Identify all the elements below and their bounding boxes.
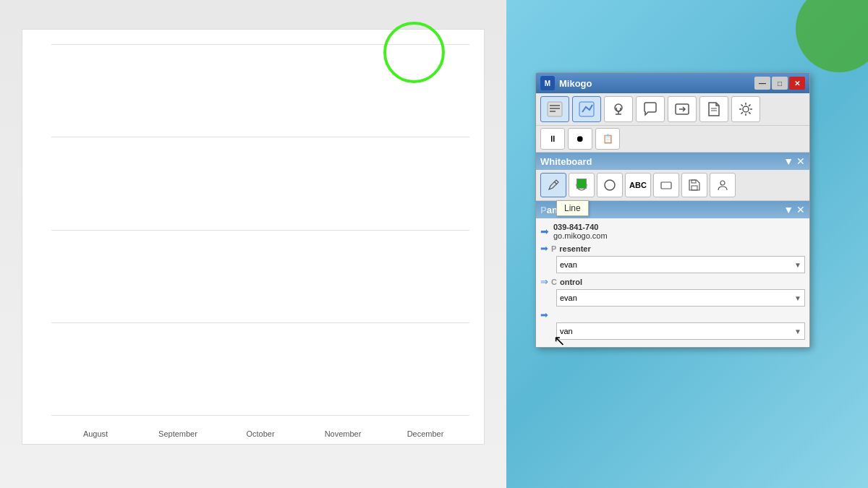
svg-rect-20 xyxy=(692,186,697,190)
whiteboard-collapse-btn[interactable]: ▼ xyxy=(783,155,793,167)
toolbar-settings-btn[interactable] xyxy=(731,96,760,122)
title-bar: M Mikogo — □ ✕ xyxy=(536,73,809,93)
control-label: ontrol xyxy=(560,278,582,286)
whiteboard-icon xyxy=(579,101,595,117)
text-tool-label: ABC xyxy=(629,181,647,189)
svg-point-11 xyxy=(743,106,749,112)
participant-section-controls: ▼ ✕ xyxy=(783,204,805,215)
participants-icon xyxy=(547,101,563,117)
clipboard-btn[interactable]: 📋 xyxy=(595,128,620,150)
presenter-dropdown-arrow: ▼ xyxy=(794,261,801,269)
svg-point-22 xyxy=(720,181,725,185)
presenter-prefix: P xyxy=(551,244,556,253)
extra-dropdown[interactable]: van ▼ xyxy=(556,322,805,340)
control-dropdown-arrow: ▼ xyxy=(794,294,801,302)
pause-btn[interactable]: ⏸ xyxy=(540,128,565,150)
whiteboard-title: Whiteboard xyxy=(540,156,592,167)
toolbar-participants-btn[interactable] xyxy=(540,96,569,122)
file-icon xyxy=(706,101,722,117)
presenter-icon: ➡ xyxy=(540,243,548,254)
eraser-tool-btn[interactable] xyxy=(653,173,679,197)
website-url: go.mikogo.com xyxy=(553,231,608,240)
x-label-december: December xyxy=(388,429,462,438)
pencil-tool-icon xyxy=(547,179,560,192)
whiteboard-close-btn[interactable]: ✕ xyxy=(796,155,805,167)
presenter-row: ➡ P resenter xyxy=(540,243,805,254)
svg-point-18 xyxy=(605,180,615,190)
toolbar-chat-btn[interactable] xyxy=(636,96,665,122)
settings-icon xyxy=(738,101,754,117)
participant-close-btn[interactable]: ✕ xyxy=(796,204,805,215)
secondary-toolbar: ⏸ ⏺ 📋 xyxy=(536,126,809,153)
text-tool-btn[interactable]: ABC xyxy=(625,173,651,197)
x-label-august: August xyxy=(59,429,132,438)
extra-dropdown-arrow: ▼ xyxy=(794,328,801,335)
chart-container: August September October November Decemb… xyxy=(22,29,485,445)
control-row: ⇒ C ontrol xyxy=(540,276,805,287)
share-tool-btn[interactable] xyxy=(710,173,736,197)
whiteboard-controls: ▼ ✕ xyxy=(783,155,805,167)
maximize-button[interactable]: □ xyxy=(772,77,788,90)
extra-value: van xyxy=(560,327,573,335)
x-labels: August September October November Decemb… xyxy=(51,429,469,438)
eraser-tool-icon xyxy=(660,179,673,192)
chart-inner: August September October November Decemb… xyxy=(22,30,484,444)
circle-tool-icon xyxy=(603,179,616,192)
mikogo-logo: M xyxy=(540,76,555,90)
presenter-dropdown-row: evan ▼ xyxy=(540,256,805,273)
svg-rect-4 xyxy=(579,102,594,116)
x-label-october: October xyxy=(224,429,297,438)
toolbar-file-btn[interactable] xyxy=(699,96,728,122)
circle-tool-btn[interactable] xyxy=(597,173,623,197)
toolbar-transfer-btn[interactable] xyxy=(668,96,697,122)
record-btn[interactable]: ⏺ xyxy=(568,128,592,150)
phone-icon: ➡ xyxy=(540,226,549,237)
close-button[interactable]: ✕ xyxy=(789,77,805,90)
pencil-tool-btn[interactable] xyxy=(540,173,566,197)
main-toolbar xyxy=(536,93,809,126)
title-bar-buttons: — □ ✕ xyxy=(754,77,805,90)
save-tool-icon xyxy=(688,179,701,192)
svg-line-12 xyxy=(554,181,557,184)
extra-dropdown-row: van ▼ xyxy=(540,322,805,340)
bars-area xyxy=(51,44,469,415)
presenter-label: resenter xyxy=(559,244,590,253)
control-dropdown-row: evan ▼ xyxy=(540,289,805,307)
transfer-icon xyxy=(674,101,690,117)
audio-icon xyxy=(610,101,626,117)
svg-rect-0 xyxy=(548,102,562,116)
window-title: Mikogo xyxy=(559,78,750,89)
toolbar-whiteboard-btn[interactable] xyxy=(572,96,601,122)
svg-rect-21 xyxy=(692,180,696,183)
control-value: evan xyxy=(560,294,577,302)
info-row: ➡ 039-841-740 go.mikogo.com xyxy=(540,223,805,240)
minimize-button[interactable]: — xyxy=(754,77,770,90)
save-tool-btn[interactable] xyxy=(681,173,707,197)
whiteboard-toolbar: ABC Line xyxy=(536,170,809,201)
control-dropdown[interactable]: evan ▼ xyxy=(556,289,805,307)
control-icon: ⇒ xyxy=(540,276,548,287)
share-tool-icon xyxy=(716,179,729,192)
presenter-dropdown[interactable]: evan ▼ xyxy=(556,256,805,273)
participant-content: ➡ 039-841-740 go.mikogo.com ➡ P resenter xyxy=(536,218,809,347)
phone-number: 039-841-740 xyxy=(553,223,608,231)
x-label-september: September xyxy=(141,429,215,438)
toolbar-audio-btn[interactable] xyxy=(604,96,633,122)
extra-row: ➡ xyxy=(540,309,805,320)
mikogo-window: M Mikogo — □ ✕ xyxy=(535,72,810,348)
chart-area: August September October November Decemb… xyxy=(0,0,506,488)
presenter-value: evan xyxy=(560,260,577,269)
participant-collapse-btn[interactable]: ▼ xyxy=(783,204,793,215)
color-indicator xyxy=(576,179,587,189)
grid-line xyxy=(51,415,469,416)
deco-shape xyxy=(796,0,868,72)
x-label-november: November xyxy=(306,429,380,438)
whiteboard-section-header: Whiteboard ▼ ✕ xyxy=(536,153,809,170)
line-tooltip: Line xyxy=(556,200,589,216)
control-prefix: C xyxy=(551,278,557,286)
svg-rect-19 xyxy=(661,182,671,189)
extra-icon: ➡ xyxy=(540,309,548,320)
right-area: M Mikogo — □ ✕ xyxy=(506,0,868,488)
chat-icon xyxy=(642,101,658,117)
